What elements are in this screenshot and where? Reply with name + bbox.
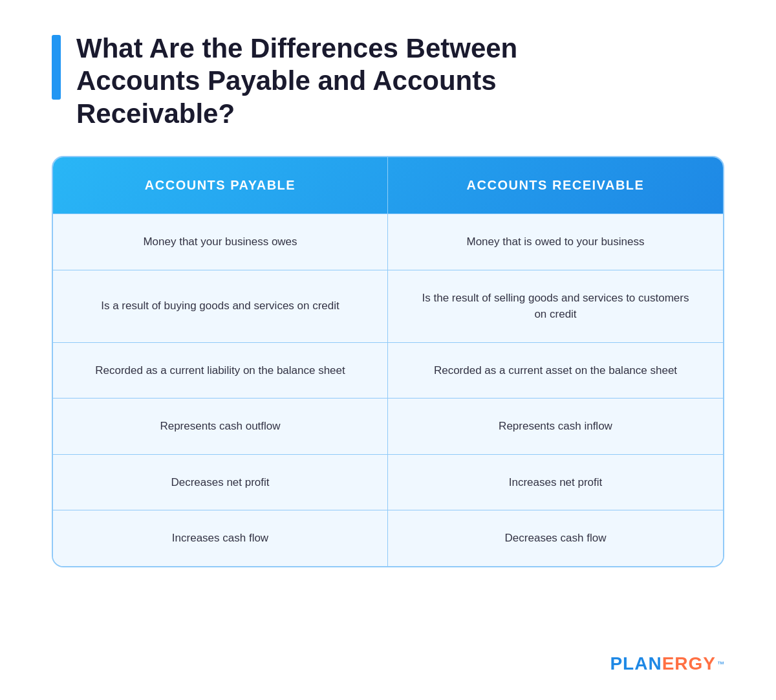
cell-payable-5: Increases cash flow (53, 510, 388, 566)
table-row: Recorded as a current liability on the b… (53, 342, 723, 399)
cell-receivable-1: Is the result of selling goods and servi… (388, 270, 723, 342)
table-header: ACCOUNTS PAYABLE ACCOUNTS RECEIVABLE (53, 157, 723, 213)
brand-tm: ™ (717, 660, 724, 668)
accent-bar (52, 35, 61, 100)
cell-receivable-5: Decreases cash flow (388, 510, 723, 566)
cell-receivable-0: Money that is owed to your business (388, 214, 723, 270)
brand-name-part1: PLAN (610, 653, 662, 674)
header-section: What Are the Differences Between Account… (52, 32, 724, 130)
cell-receivable-3: Represents cash inflow (388, 399, 723, 454)
page-title: What Are the Differences Between Account… (76, 32, 607, 130)
cell-payable-1: Is a result of buying goods and services… (53, 270, 388, 342)
footer: PLAN ERGY ™ (52, 653, 724, 674)
cell-payable-0: Money that your business owes (53, 214, 388, 270)
comparison-table: ACCOUNTS PAYABLE ACCOUNTS RECEIVABLE Mon… (52, 156, 724, 567)
table-row: Increases cash flowDecreases cash flow (53, 510, 723, 566)
table-row: Is a result of buying goods and services… (53, 270, 723, 342)
table-row: Decreases net profitIncreases net profit (53, 454, 723, 510)
cell-payable-3: Represents cash outflow (53, 399, 388, 454)
cell-receivable-4: Increases net profit (388, 455, 723, 510)
brand-logo: PLAN ERGY ™ (610, 653, 724, 674)
brand-name-part2: ERGY (662, 653, 716, 674)
receivable-header: ACCOUNTS RECEIVABLE (388, 157, 723, 213)
cell-payable-4: Decreases net profit (53, 455, 388, 510)
cell-payable-2: Recorded as a current liability on the b… (53, 343, 388, 399)
payable-header: ACCOUNTS PAYABLE (53, 157, 388, 213)
table-body: Money that your business owesMoney that … (53, 213, 723, 566)
table-row: Money that your business owesMoney that … (53, 213, 723, 270)
cell-receivable-2: Recorded as a current asset on the balan… (388, 343, 723, 399)
table-row: Represents cash outflowRepresents cash i… (53, 398, 723, 454)
